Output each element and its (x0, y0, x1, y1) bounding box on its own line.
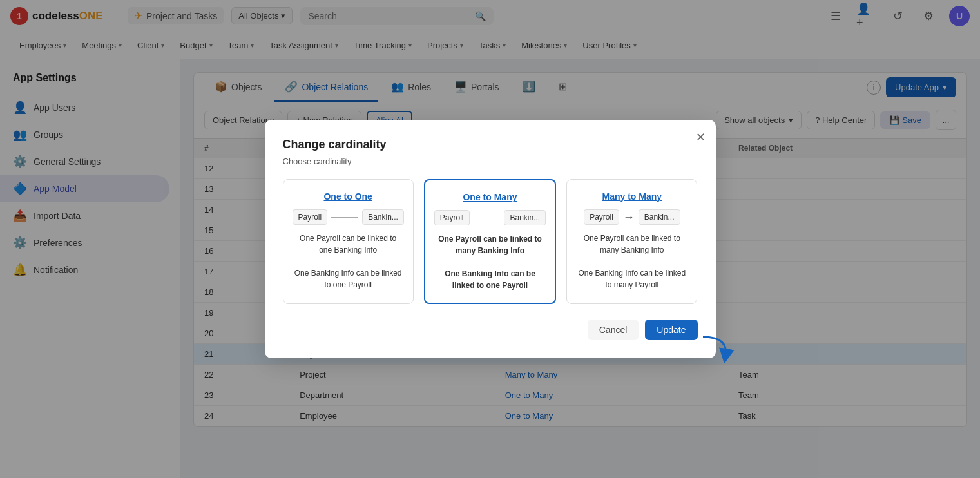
one-to-many-diagram: Payroll Bankin... (434, 210, 546, 225)
cardinality-many-to-many[interactable]: Many to Many Payroll → Bankin... One Pay… (566, 179, 697, 304)
one-to-one-node1: Payroll (293, 209, 328, 225)
modal-actions: Cancel Update (283, 320, 698, 340)
one-to-one-desc: One Payroll can be linked to one Banking… (293, 233, 404, 291)
many-to-many-diagram: Payroll → Bankin... (576, 209, 687, 225)
one-to-many-desc: One Payroll can be linked to many Bankin… (434, 233, 546, 291)
cardinality-options: One to One Payroll Bankin... One Payroll… (283, 179, 698, 304)
many-to-many-title: Many to Many (576, 191, 687, 202)
modal-close-button[interactable]: ✕ (696, 130, 706, 144)
one-to-one-title: One to One (293, 191, 404, 202)
modal-overlay: ✕ Change cardinality Choose cardinality … (0, 0, 980, 478)
modal-title: Change cardinality (283, 138, 698, 151)
modal-subtitle: Choose cardinality (283, 157, 698, 166)
one-to-one-node2: Bankin... (362, 209, 404, 225)
many-to-many-node1: Payroll (584, 209, 619, 225)
one-to-many-title: One to Many (434, 192, 546, 202)
arrow-indicator (697, 330, 735, 365)
update-button[interactable]: Update (645, 320, 697, 340)
one-to-many-node2: Bankin... (504, 210, 546, 225)
cancel-button[interactable]: Cancel (588, 320, 639, 340)
one-to-one-line (331, 217, 358, 218)
change-cardinality-modal: ✕ Change cardinality Choose cardinality … (265, 120, 716, 358)
many-to-many-desc: One Payroll can be linked to many Bankin… (576, 233, 687, 291)
many-to-many-arrow: → (623, 211, 635, 224)
one-to-many-node1: Payroll (434, 210, 470, 225)
cardinality-one-to-one[interactable]: One to One Payroll Bankin... One Payroll… (283, 179, 414, 304)
one-to-many-line (474, 218, 501, 218)
cardinality-one-to-many[interactable]: One to Many Payroll Bankin... One Payrol… (424, 179, 556, 304)
many-to-many-node2: Bankin... (639, 209, 680, 225)
one-to-one-diagram: Payroll Bankin... (293, 209, 404, 225)
